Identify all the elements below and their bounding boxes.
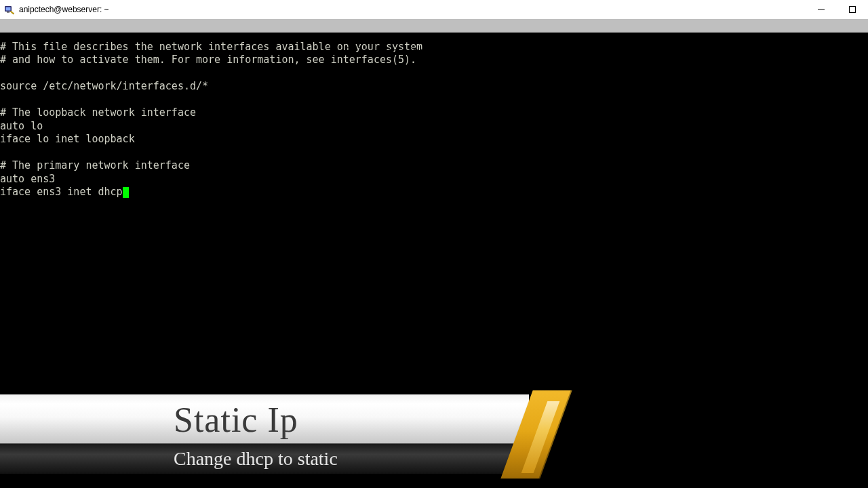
- file-content[interactable]: # This file describes the network interf…: [0, 41, 868, 199]
- lower-third: Static Ip Change dhcp to static: [0, 394, 556, 474]
- lower-third-bottom: Change dhcp to static: [0, 443, 529, 474]
- lower-third-top: Static Ip: [0, 394, 529, 445]
- lower-third-title: Static Ip: [174, 400, 298, 440]
- window-titlebar[interactable]: anipctech@webserver: ~: [0, 0, 868, 20]
- window-controls: [806, 0, 868, 19]
- minimize-button[interactable]: [806, 0, 837, 19]
- putty-window: anipctech@webserver: ~ GNU nano 2.5.3 Fi…: [0, 0, 868, 488]
- svg-rect-2: [7, 12, 9, 13]
- nano-header: GNU nano 2.5.3 File: /etc/network/interf…: [0, 19, 868, 33]
- putty-icon: [4, 4, 15, 15]
- lower-third-subtitle: Change dhcp to static: [174, 448, 338, 470]
- svg-rect-1: [6, 7, 11, 11]
- window-title: anipctech@webserver: ~: [19, 5, 109, 14]
- maximize-button[interactable]: [837, 0, 868, 19]
- svg-rect-4: [850, 7, 856, 13]
- terminal-cursor: [123, 187, 129, 198]
- nano-app-label: GNU nano 2.5.3: [41, 33, 139, 45]
- nano-file-label: File: /etc/network/interfaces: [345, 45, 523, 59]
